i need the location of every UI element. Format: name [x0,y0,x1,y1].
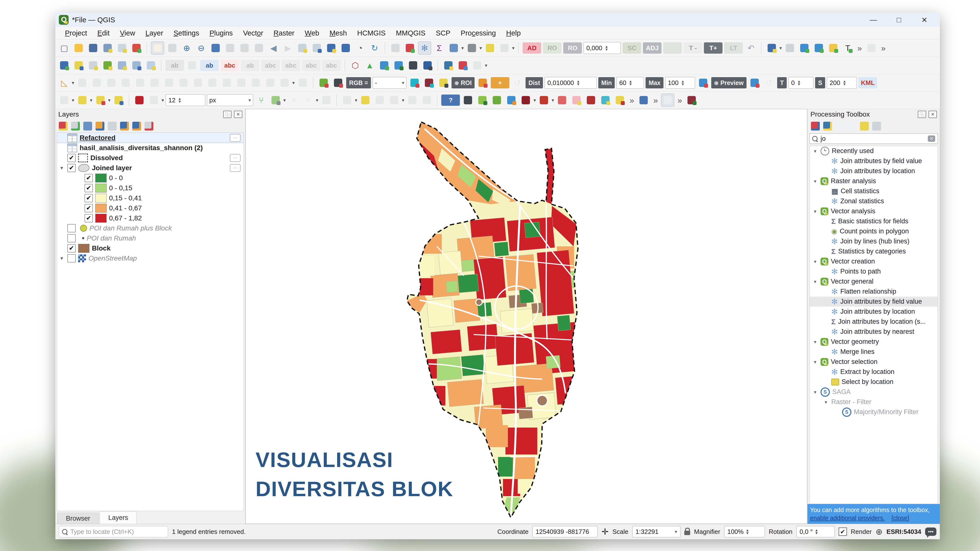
new-geopackage-icon[interactable] [58,59,70,72]
layer-checkbox[interactable]: ✔ [67,154,76,162]
triangle-plugin-icon[interactable]: ▲ [363,59,376,72]
history-icon[interactable] [835,122,844,130]
attribute-table-icon[interactable] [447,41,460,54]
memory-layer-indicator-icon[interactable]: ··· [230,164,240,172]
menu-hcmgis[interactable]: HCMGIS [352,29,391,37]
toolbox-row[interactable]: ▾QVector geometry [810,337,938,347]
layer-checkbox[interactable]: ✔ [84,174,93,182]
label-abc1-disabled[interactable]: ab [241,60,259,71]
roi-polygon-icon[interactable] [476,76,489,89]
menu-help[interactable]: Help [501,29,526,37]
add-group-icon[interactable] [71,122,80,130]
digitize-curve-icon[interactable] [388,94,401,106]
expander-icon[interactable]: ▾ [812,279,818,284]
new-gpx-icon[interactable] [130,59,143,72]
expander-icon[interactable]: ▾ [59,255,65,262]
style-manager-icon[interactable] [130,41,143,54]
edits-pencil-disabled-icon[interactable] [341,94,353,106]
scp-ro-badge[interactable]: RO [563,42,582,54]
scp-bandset-icon[interactable] [317,76,330,89]
form-view-icon[interactable] [661,94,674,107]
kml-badge[interactable]: KML [859,77,877,88]
rgb-combo[interactable]: -▾ [373,77,406,89]
toolbox-row[interactable]: ▦Cell statistics [810,186,938,196]
layer-row[interactable]: ▾OpenStreetMap [57,253,243,263]
vertex-dropdown[interactable]: ▾ [316,97,318,103]
toolbox-row[interactable]: ✻Flatten relationship [810,286,938,297]
coordinate-field[interactable]: 12540939 -881776 [532,526,598,537]
globe-search-icon[interactable] [392,59,405,72]
models-icon[interactable] [811,122,820,130]
attribute-actions-icon[interactable] [404,41,416,54]
decorations-dropdown[interactable]: ▾ [512,45,514,51]
expander-icon[interactable]: ▾ [812,208,818,214]
toolbox-row[interactable]: ◉Count points in polygon [810,226,938,236]
zoom-next-icon[interactable]: ▶ [282,41,294,54]
red-texture-icon[interactable] [585,94,597,106]
messages-bubble-icon[interactable]: ••• [925,527,936,536]
pan-map-icon[interactable] [151,41,164,55]
toolbox-row[interactable]: ✻Join attributes by field value [810,297,938,306]
s-field[interactable]: 200▲▼ [827,77,857,89]
memory-layer-indicator-icon[interactable]: ··· [230,134,240,142]
toolbox-row[interactable]: ✻Zonal statistics [810,196,938,206]
marker-annotation-icon[interactable] [827,41,840,54]
layer-checkbox[interactable] [67,254,76,262]
scp-ro-badge-disabled[interactable]: RO [543,42,562,54]
show-bookmarks-icon[interactable] [339,41,352,54]
deselect-dropdown[interactable]: ▾ [108,97,110,103]
layer-row[interactable]: hasil_analisis_diversitas_shannon (2) [57,143,243,153]
scp-cursor-icon[interactable] [332,76,344,89]
flower-icon[interactable] [570,94,583,106]
zoom-native-icon[interactable] [253,41,265,54]
pan-to-selection-icon[interactable] [166,41,178,54]
collapse-all-icon[interactable] [132,122,141,130]
toolbox-row[interactable]: ✻Extract by location [810,367,938,377]
plugin-disabled-icon[interactable] [471,59,484,72]
blue-cloud-icon[interactable] [637,94,650,106]
roi-undo-icon[interactable]: ↺ [511,76,524,89]
layer-row[interactable]: ✔Block [57,243,243,253]
identify-features-icon[interactable] [389,41,402,54]
scp-ad-badge[interactable]: AD [523,42,541,54]
layer-checkbox[interactable]: ✔ [84,214,93,222]
toolbox-float-icon[interactable]: ⿻ [918,111,926,118]
toolbar-overflow2[interactable]: » [880,43,887,53]
globe-dark-icon[interactable] [407,59,420,72]
maximize-button[interactable]: □ [893,16,905,24]
max-field[interactable]: 100▲▼ [665,77,695,89]
tracing-dropdown[interactable]: ▾ [161,97,164,103]
vertex-x1-icon[interactable]: ✕ [287,94,300,106]
new-spatialite-icon[interactable] [87,59,99,72]
layer-checkbox[interactable] [67,224,76,232]
osm-search-icon[interactable] [490,94,503,106]
preview-undo-icon[interactable]: ↺ [763,76,775,89]
select-dropdown[interactable]: ▾ [72,97,74,103]
toolbox-row[interactable]: ▾QVector general [810,276,938,286]
menu-plugins[interactable]: Plugins [204,29,238,37]
layer-row[interactable]: ▾✔Joined layer··· [57,163,243,173]
digitize16-icon[interactable] [296,76,309,89]
toolbox-row[interactable]: ▾QVector selection [810,357,938,367]
hexagon-plugin-icon[interactable]: ⬡ [349,59,362,72]
layers-panel-float-icon[interactable]: ⿻ [223,111,232,118]
digitize8-icon[interactable] [177,76,190,89]
label-pin-disabled-icon[interactable] [186,59,199,72]
scp-undo-icon[interactable]: ↶ [745,41,757,54]
snap-tolerance-field[interactable]: 12▲▼ [165,94,205,106]
red-points-icon[interactable] [556,94,568,106]
toolbox-row[interactable]: ✻Points to path [810,267,938,276]
toolbox-search[interactable]: jo ✕ [810,133,938,144]
layer-row[interactable]: ✔0,41 - 0,67 [57,203,243,213]
measure-dropdown[interactable]: ▾ [461,45,464,51]
manage-map-themes-icon[interactable] [83,122,92,130]
toolbox-row[interactable]: ▾SSAGA [810,387,938,397]
toolbar-overflow[interactable]: » [856,43,863,53]
crs-value[interactable]: ESRI:54034 [886,528,921,535]
line-annotation-icon[interactable] [813,41,825,54]
vertex-n-icon[interactable] [320,94,333,106]
menu-edit[interactable]: Edit [92,29,115,37]
refresh-icon[interactable]: ↻ [368,41,381,54]
results-viewer-icon[interactable] [848,122,856,130]
edits-dropdown[interactable]: ▾ [355,97,357,103]
